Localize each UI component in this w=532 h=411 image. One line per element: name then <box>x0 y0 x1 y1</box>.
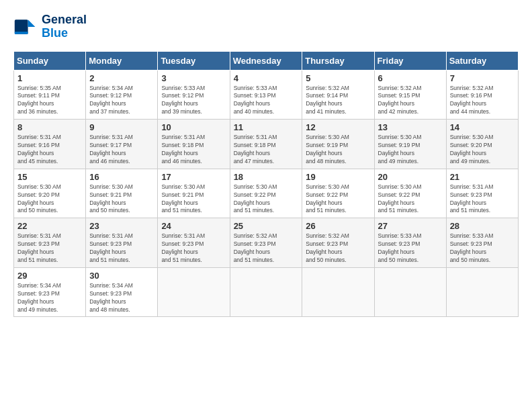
calendar-cell: 13 Sunrise: 5:30 AM Sunset: 9:19 PM Dayl… <box>374 120 446 169</box>
calendar: SundayMondayTuesdayWednesdayThursdayFrid… <box>13 51 519 318</box>
day-number: 2 <box>89 73 154 83</box>
day-info: Sunrise: 5:30 AM Sunset: 9:20 PM Dayligh… <box>450 134 515 166</box>
day-number: 29 <box>17 271 82 281</box>
calendar-week-row: 1 Sunrise: 5:35 AM Sunset: 9:11 PM Dayli… <box>14 70 519 120</box>
day-number: 15 <box>17 172 82 182</box>
svg-rect-2 <box>15 32 28 34</box>
day-info: Sunrise: 5:31 AM Sunset: 9:18 PM Dayligh… <box>234 134 299 166</box>
day-info: Sunrise: 5:32 AM Sunset: 9:15 PM Dayligh… <box>378 85 443 117</box>
day-info: Sunrise: 5:30 AM Sunset: 9:20 PM Dayligh… <box>17 183 82 216</box>
column-header-wednesday: Wednesday <box>230 51 302 70</box>
day-number: 1 <box>17 73 82 83</box>
day-number: 24 <box>161 221 226 231</box>
day-number: 7 <box>450 73 515 83</box>
day-info: Sunrise: 5:31 AM Sunset: 9:23 PM Dayligh… <box>450 183 515 216</box>
calendar-cell <box>158 267 230 317</box>
calendar-cell <box>446 267 518 317</box>
page-header: General Blue <box>13 13 519 40</box>
day-number: 26 <box>306 221 370 231</box>
calendar-cell: 5 Sunrise: 5:32 AM Sunset: 9:14 PM Dayli… <box>302 70 374 120</box>
day-info: Sunrise: 5:33 AM Sunset: 9:23 PM Dayligh… <box>378 232 443 265</box>
column-header-thursday: Thursday <box>302 51 374 70</box>
column-header-sunday: Sunday <box>14 51 86 70</box>
day-info: Sunrise: 5:31 AM Sunset: 9:18 PM Dayligh… <box>161 134 226 166</box>
day-info: Sunrise: 5:32 AM Sunset: 9:16 PM Dayligh… <box>450 85 515 117</box>
calendar-cell: 8 Sunrise: 5:31 AM Sunset: 9:16 PM Dayli… <box>14 120 86 169</box>
calendar-cell: 27 Sunrise: 5:33 AM Sunset: 9:23 PM Dayl… <box>374 218 446 268</box>
day-info: Sunrise: 5:35 AM Sunset: 9:11 PM Dayligh… <box>17 85 82 117</box>
calendar-cell: 19 Sunrise: 5:30 AM Sunset: 9:22 PM Dayl… <box>302 169 374 218</box>
calendar-cell: 20 Sunrise: 5:30 AM Sunset: 9:22 PM Dayl… <box>374 169 446 218</box>
day-info: Sunrise: 5:31 AM Sunset: 9:17 PM Dayligh… <box>89 134 154 166</box>
day-number: 10 <box>161 122 226 132</box>
day-info: Sunrise: 5:34 AM Sunset: 9:23 PM Dayligh… <box>89 282 154 314</box>
calendar-cell: 18 Sunrise: 5:30 AM Sunset: 9:22 PM Dayl… <box>230 169 302 218</box>
calendar-week-row: 29 Sunrise: 5:34 AM Sunset: 9:23 PM Dayl… <box>14 267 519 317</box>
day-info: Sunrise: 5:33 AM Sunset: 9:13 PM Dayligh… <box>234 85 299 117</box>
calendar-cell: 11 Sunrise: 5:31 AM Sunset: 9:18 PM Dayl… <box>230 120 302 169</box>
day-info: Sunrise: 5:32 AM Sunset: 9:23 PM Dayligh… <box>234 232 299 265</box>
column-header-tuesday: Tuesday <box>158 51 230 70</box>
svg-marker-1 <box>28 19 36 27</box>
day-number: 11 <box>234 122 299 132</box>
calendar-cell: 1 Sunrise: 5:35 AM Sunset: 9:11 PM Dayli… <box>14 70 86 120</box>
calendar-week-row: 22 Sunrise: 5:31 AM Sunset: 9:23 PM Dayl… <box>14 218 519 268</box>
day-number: 12 <box>306 122 370 132</box>
calendar-cell: 16 Sunrise: 5:30 AM Sunset: 9:21 PM Dayl… <box>86 169 158 218</box>
calendar-cell: 17 Sunrise: 5:30 AM Sunset: 9:21 PM Dayl… <box>158 169 230 218</box>
day-info: Sunrise: 5:30 AM Sunset: 9:19 PM Dayligh… <box>378 134 443 166</box>
day-number: 22 <box>17 221 82 231</box>
day-number: 27 <box>378 221 443 231</box>
day-number: 9 <box>89 122 154 132</box>
day-number: 17 <box>161 172 226 182</box>
day-info: Sunrise: 5:34 AM Sunset: 9:12 PM Dayligh… <box>89 85 154 117</box>
day-info: Sunrise: 5:31 AM Sunset: 9:16 PM Dayligh… <box>17 134 82 166</box>
calendar-cell: 28 Sunrise: 5:33 AM Sunset: 9:23 PM Dayl… <box>446 218 518 268</box>
day-info: Sunrise: 5:32 AM Sunset: 9:14 PM Dayligh… <box>306 85 370 117</box>
calendar-cell: 4 Sunrise: 5:33 AM Sunset: 9:13 PM Dayli… <box>230 70 302 120</box>
calendar-cell: 26 Sunrise: 5:32 AM Sunset: 9:23 PM Dayl… <box>302 218 374 268</box>
day-info: Sunrise: 5:31 AM Sunset: 9:23 PM Dayligh… <box>17 232 82 265</box>
calendar-week-row: 15 Sunrise: 5:30 AM Sunset: 9:20 PM Dayl… <box>14 169 519 218</box>
calendar-cell: 12 Sunrise: 5:30 AM Sunset: 9:19 PM Dayl… <box>302 120 374 169</box>
calendar-cell <box>374 267 446 317</box>
day-number: 18 <box>234 172 299 182</box>
calendar-cell <box>230 267 302 317</box>
calendar-cell: 22 Sunrise: 5:31 AM Sunset: 9:23 PM Dayl… <box>14 218 86 268</box>
logo-text: General Blue <box>42 13 87 40</box>
day-number: 30 <box>89 271 154 281</box>
day-info: Sunrise: 5:30 AM Sunset: 9:21 PM Dayligh… <box>89 183 154 216</box>
calendar-cell: 21 Sunrise: 5:31 AM Sunset: 9:23 PM Dayl… <box>446 169 518 218</box>
day-info: Sunrise: 5:31 AM Sunset: 9:23 PM Dayligh… <box>161 232 226 265</box>
calendar-cell: 10 Sunrise: 5:31 AM Sunset: 9:18 PM Dayl… <box>158 120 230 169</box>
calendar-cell: 25 Sunrise: 5:32 AM Sunset: 9:23 PM Dayl… <box>230 218 302 268</box>
calendar-cell: 30 Sunrise: 5:34 AM Sunset: 9:23 PM Dayl… <box>86 267 158 317</box>
day-number: 28 <box>450 221 515 231</box>
calendar-cell: 6 Sunrise: 5:32 AM Sunset: 9:15 PM Dayli… <box>374 70 446 120</box>
day-number: 19 <box>306 172 370 182</box>
calendar-cell: 14 Sunrise: 5:30 AM Sunset: 9:20 PM Dayl… <box>446 120 518 169</box>
day-info: Sunrise: 5:30 AM Sunset: 9:19 PM Dayligh… <box>306 134 370 166</box>
day-info: Sunrise: 5:32 AM Sunset: 9:23 PM Dayligh… <box>306 232 370 265</box>
calendar-cell: 2 Sunrise: 5:34 AM Sunset: 9:12 PM Dayli… <box>86 70 158 120</box>
column-header-friday: Friday <box>374 51 446 70</box>
day-number: 25 <box>234 221 299 231</box>
day-number: 4 <box>234 73 299 83</box>
day-info: Sunrise: 5:31 AM Sunset: 9:23 PM Dayligh… <box>89 232 154 265</box>
day-number: 5 <box>306 73 370 83</box>
column-header-saturday: Saturday <box>446 51 518 70</box>
day-number: 8 <box>17 122 82 132</box>
day-number: 21 <box>450 172 515 182</box>
day-number: 20 <box>378 172 443 182</box>
day-info: Sunrise: 5:30 AM Sunset: 9:22 PM Dayligh… <box>234 183 299 216</box>
day-info: Sunrise: 5:34 AM Sunset: 9:23 PM Dayligh… <box>17 282 82 314</box>
calendar-week-row: 8 Sunrise: 5:31 AM Sunset: 9:16 PM Dayli… <box>14 120 519 169</box>
logo-icon <box>13 15 38 39</box>
day-number: 16 <box>89 172 154 182</box>
calendar-cell: 3 Sunrise: 5:33 AM Sunset: 9:12 PM Dayli… <box>158 70 230 120</box>
day-number: 6 <box>378 73 443 83</box>
calendar-cell: 24 Sunrise: 5:31 AM Sunset: 9:23 PM Dayl… <box>158 218 230 268</box>
day-info: Sunrise: 5:30 AM Sunset: 9:22 PM Dayligh… <box>378 183 443 216</box>
calendar-cell <box>302 267 374 317</box>
day-info: Sunrise: 5:33 AM Sunset: 9:12 PM Dayligh… <box>161 85 226 117</box>
